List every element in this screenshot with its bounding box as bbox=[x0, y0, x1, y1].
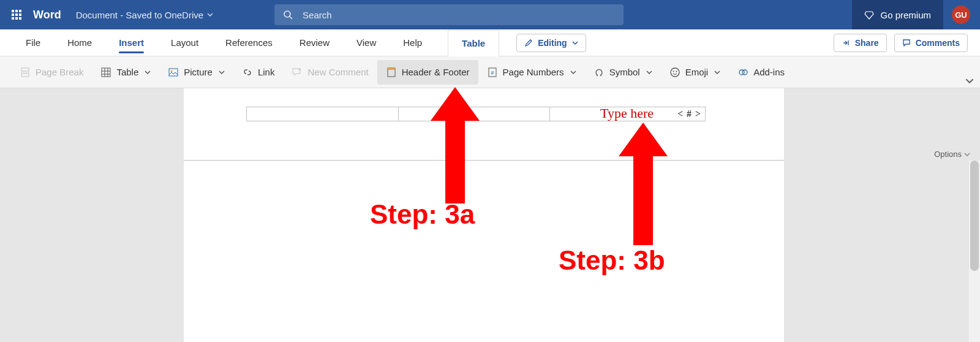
ribbon-collapse-icon[interactable] bbox=[965, 77, 974, 85]
cmd-label: Link bbox=[258, 67, 275, 77]
chevron-down-icon bbox=[570, 69, 576, 75]
user-initials: GU bbox=[955, 10, 967, 20]
emoji-icon bbox=[669, 67, 680, 78]
diamond-icon bbox=[864, 10, 874, 20]
cmd-emoji[interactable]: Emoji bbox=[661, 60, 729, 85]
header-cell-left[interactable] bbox=[246, 107, 398, 121]
cmd-label: Header & Footer bbox=[402, 67, 470, 77]
search-box[interactable] bbox=[274, 4, 624, 25]
new-comment-icon bbox=[292, 67, 303, 78]
svg-line-1 bbox=[290, 17, 292, 19]
chevron-down-icon bbox=[646, 69, 652, 75]
comment-icon bbox=[902, 39, 911, 47]
comments-label: Comments bbox=[916, 38, 960, 48]
cmd-addins[interactable]: Add-ins bbox=[729, 60, 793, 85]
chevron-down-icon bbox=[714, 69, 720, 75]
cmd-table[interactable]: Table bbox=[92, 60, 159, 85]
svg-point-20 bbox=[742, 70, 747, 75]
tab-insert[interactable]: Insert bbox=[105, 29, 157, 56]
cmd-label: Emoji bbox=[685, 67, 709, 77]
cmd-header-footer[interactable]: Header & Footer bbox=[377, 60, 478, 85]
header-cell-center[interactable] bbox=[398, 107, 550, 121]
chevron-down-icon bbox=[207, 12, 213, 18]
chevron-down-icon bbox=[964, 151, 970, 158]
tab-file[interactable]: File bbox=[12, 29, 54, 56]
tab-label: Review bbox=[300, 37, 330, 48]
svg-point-0 bbox=[284, 11, 290, 17]
svg-rect-5 bbox=[102, 68, 110, 77]
ribbon-tabs: File Home Insert Layout References Revie… bbox=[0, 29, 980, 56]
cmd-label: Table bbox=[116, 67, 138, 77]
page-header-area[interactable] bbox=[184, 88, 784, 161]
tab-label: Insert bbox=[119, 37, 144, 48]
app-name: Word bbox=[33, 9, 61, 21]
page-body[interactable] bbox=[184, 161, 784, 342]
tab-references[interactable]: References bbox=[212, 29, 286, 56]
cmd-label: Page Numbers bbox=[503, 67, 564, 77]
go-premium-button[interactable]: Go premium bbox=[852, 0, 943, 29]
cmd-label: Add-ins bbox=[753, 67, 785, 77]
table-icon bbox=[100, 67, 111, 78]
cmd-label: Picture bbox=[184, 67, 213, 77]
premium-label: Go premium bbox=[880, 10, 931, 20]
svg-point-18 bbox=[676, 70, 677, 72]
cmd-link[interactable]: Link bbox=[233, 60, 284, 85]
pencil-icon bbox=[524, 39, 533, 47]
page-numbers-icon: # bbox=[487, 67, 498, 78]
cmd-new-comment[interactable]: New Comment bbox=[283, 60, 377, 85]
title-bar: Word Document - Saved to OneDrive Go pre… bbox=[0, 0, 980, 29]
tab-label: References bbox=[225, 37, 273, 48]
tab-label: File bbox=[26, 37, 40, 48]
svg-point-11 bbox=[171, 70, 173, 72]
doc-status-text: Document - Saved to OneDrive bbox=[76, 10, 203, 20]
tab-layout[interactable]: Layout bbox=[157, 29, 212, 56]
chevron-down-icon bbox=[219, 69, 225, 75]
share-icon bbox=[842, 39, 850, 47]
chevron-down-icon bbox=[145, 69, 151, 75]
cmd-picture[interactable]: Picture bbox=[159, 60, 233, 85]
ribbon-commands: Page Break Table Picture Link New Commen… bbox=[0, 56, 980, 88]
cmd-symbol[interactable]: Symbol bbox=[585, 60, 661, 85]
tab-label: Help bbox=[403, 37, 422, 48]
tab-review[interactable]: Review bbox=[286, 29, 343, 56]
cmd-label: Page Break bbox=[36, 67, 83, 77]
svg-rect-13 bbox=[388, 68, 395, 70]
tab-table-context[interactable]: Table bbox=[448, 30, 499, 56]
scrollbar[interactable] bbox=[969, 161, 980, 342]
svg-rect-4 bbox=[21, 74, 29, 77]
tab-label: Table bbox=[462, 38, 485, 48]
share-button[interactable]: Share bbox=[834, 34, 887, 52]
annotation-type-here: Type here bbox=[600, 105, 654, 121]
page-break-icon bbox=[20, 67, 31, 78]
share-label: Share bbox=[855, 38, 879, 48]
cmd-page-numbers[interactable]: # Page Numbers bbox=[478, 60, 585, 85]
link-icon bbox=[242, 67, 253, 78]
header-options-button[interactable]: Options bbox=[930, 147, 974, 161]
cmd-label: Symbol bbox=[609, 67, 640, 77]
tab-view[interactable]: View bbox=[343, 29, 390, 56]
editing-mode-button[interactable]: Editing bbox=[516, 34, 586, 52]
tab-home[interactable]: Home bbox=[54, 29, 105, 56]
tab-help[interactable]: Help bbox=[390, 29, 435, 56]
user-avatar[interactable]: GU bbox=[952, 6, 970, 24]
svg-rect-2 bbox=[21, 68, 29, 71]
scrollbar-thumb[interactable] bbox=[970, 161, 979, 271]
document-title[interactable]: Document - Saved to OneDrive bbox=[76, 10, 213, 20]
chevron-down-icon bbox=[572, 40, 578, 46]
comments-button[interactable]: Comments bbox=[894, 34, 968, 52]
tab-label: Home bbox=[67, 37, 92, 48]
symbol-icon bbox=[594, 67, 605, 78]
svg-point-17 bbox=[673, 70, 674, 72]
addins-icon bbox=[737, 67, 748, 78]
cmd-page-break[interactable]: Page Break bbox=[11, 60, 92, 85]
svg-rect-10 bbox=[169, 69, 178, 76]
tab-label: View bbox=[356, 37, 376, 48]
cmd-label: New Comment bbox=[307, 67, 368, 77]
svg-text:#: # bbox=[491, 70, 494, 76]
app-launcher-icon[interactable] bbox=[0, 0, 33, 29]
search-icon bbox=[283, 10, 293, 20]
search-input[interactable] bbox=[301, 9, 615, 21]
svg-point-16 bbox=[671, 68, 679, 77]
editing-label: Editing bbox=[538, 38, 567, 48]
options-label: Options bbox=[934, 150, 962, 159]
